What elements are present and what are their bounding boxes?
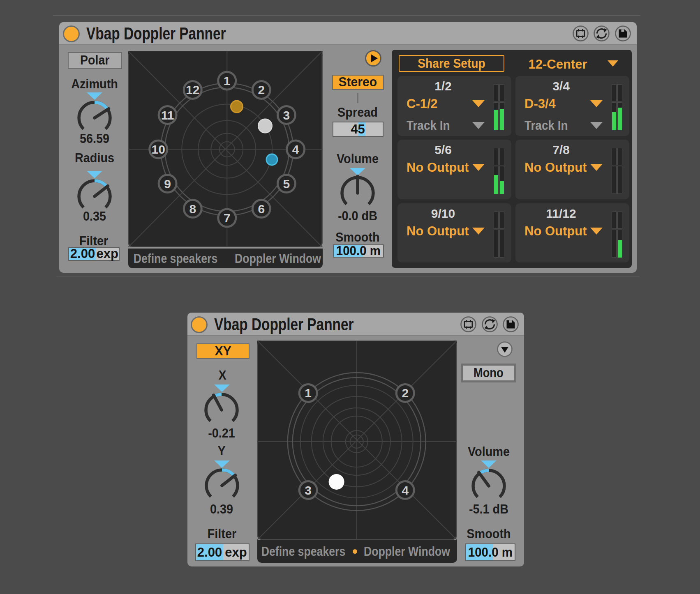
- svg-text:2: 2: [258, 83, 265, 97]
- svg-text:10: 10: [152, 143, 165, 156]
- svg-text:7: 7: [224, 211, 231, 225]
- svg-text:11: 11: [161, 108, 174, 122]
- svg-text:8: 8: [189, 202, 196, 215]
- svg-text:12: 12: [186, 83, 199, 97]
- svg-text:9: 9: [164, 177, 171, 190]
- svg-text:4: 4: [402, 483, 409, 497]
- svg-text:1: 1: [224, 74, 231, 87]
- svg-text:5: 5: [283, 177, 290, 190]
- svg-text:3: 3: [305, 483, 312, 497]
- svg-text:2: 2: [402, 386, 409, 400]
- svg-text:1: 1: [305, 386, 312, 400]
- svg-text:6: 6: [258, 202, 265, 215]
